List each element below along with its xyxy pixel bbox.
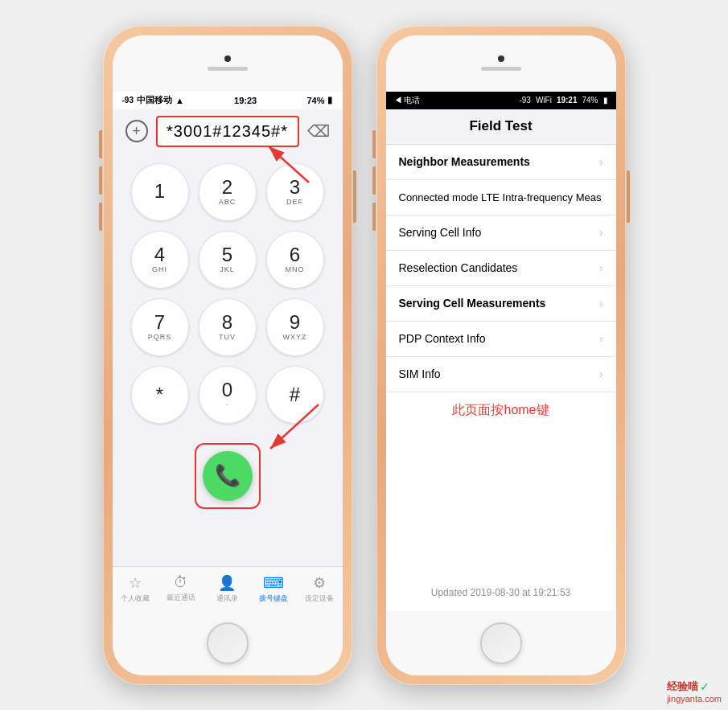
dialer-input-row: + *3001#12345#* ⌫	[113, 116, 343, 147]
menu-item-reselection-label: Reselection Candidates	[399, 261, 518, 274]
watermark-check-icon: ✓	[700, 680, 709, 693]
key-3[interactable]: 3 DEF	[266, 163, 324, 221]
tab-voicemail[interactable]: ⚙ 设定设备	[299, 574, 339, 604]
voicemail-icon: ⚙	[313, 574, 326, 592]
field-test-title: Field Test	[469, 118, 532, 134]
menu-item-reselection[interactable]: Reselection Candidates ›	[386, 251, 616, 286]
key-0[interactable]: 0 ·	[199, 366, 257, 424]
phone-top-2	[386, 35, 616, 92]
phone-2: ◀ 电话 -93 WiFi 19:21 74% ▮ Field Test Nei…	[376, 26, 626, 685]
field-test-footer: Updated 2019-08-30 at 19:21:53	[386, 574, 616, 611]
dialer-screen: + *3001#12345#* ⌫ 1	[113, 109, 343, 566]
chevron-serving-cell-meas: ›	[599, 297, 603, 310]
menu-item-pdp[interactable]: PDP Context Info ›	[386, 322, 616, 357]
key-1[interactable]: 1	[131, 163, 189, 221]
chevron-neighbor: ›	[599, 155, 603, 168]
call-button-wrapper: 📞	[195, 443, 261, 509]
tab-contacts[interactable]: 👤 通讯录	[207, 574, 247, 604]
phone-bottom-2	[386, 611, 616, 675]
camera-dot-1	[224, 55, 231, 62]
menu-item-pdp-label: PDP Context Info	[399, 332, 486, 345]
key-hash[interactable]: #	[266, 366, 324, 424]
phone-icon: 📞	[215, 463, 241, 488]
note-section: 此页面按home键	[386, 392, 616, 429]
tab-voicemail-label: 设定设备	[305, 593, 334, 604]
chevron-pdp: ›	[599, 332, 603, 345]
home-button-1[interactable]	[207, 622, 249, 664]
time-2: 19:21	[557, 96, 578, 105]
field-test-screen: Neighbor Measurements › Connected mode L…	[386, 145, 616, 611]
battery-2: 74%	[582, 96, 598, 105]
key-5[interactable]: 5 JKL	[199, 231, 257, 289]
tab-favorites[interactable]: ☆ 个人收藏	[115, 574, 155, 604]
tab-bar-1: ☆ 个人收藏 ⏱ 最近通话 👤 通讯录 ⌨ 拨号键盘 ⚙ 设定设备	[113, 566, 343, 611]
menu-item-lte[interactable]: Connected mode LTE Intra-frequency Meas	[386, 180, 616, 215]
favorites-icon: ☆	[129, 574, 142, 592]
menu-item-serving-cell-meas[interactable]: Serving Cell Measurements ›	[386, 286, 616, 322]
menu-item-serving-cell-meas-label: Serving Cell Measurements	[399, 297, 546, 310]
dialer-input-display: *3001#12345#*	[156, 116, 299, 147]
tab-favorites-label: 个人收藏	[121, 593, 150, 604]
key-star[interactable]: *	[131, 366, 189, 424]
field-test-black-bar: ◀ 电话 -93 WiFi 19:21 74% ▮	[386, 92, 616, 109]
time-display-1: 19:23	[234, 96, 257, 105]
phone-1: -93 中国移动 ▲ 19:23 74% ▮ + *3001#12345#* ⌫	[103, 26, 352, 685]
key-4[interactable]: 4 GHI	[131, 231, 189, 289]
update-timestamp: Updated 2019-08-30 at 19:21:53	[431, 587, 570, 598]
wifi-2: WiFi	[536, 96, 552, 105]
add-contact-button[interactable]: +	[125, 120, 148, 142]
key-6[interactable]: 6 MNO	[266, 231, 324, 289]
watermark: 经验喵 ✓ jingyanta.com	[667, 679, 722, 704]
battery-icon-2: ▮	[603, 96, 608, 105]
speaker-slot-1	[208, 67, 248, 71]
menu-item-lte-label: Connected mode LTE Intra-frequency Meas	[399, 191, 602, 203]
chevron-serving-cell-info: ›	[599, 226, 603, 239]
watermark-url: jingyanta.com	[667, 694, 722, 704]
wifi-icon-1: ▲	[175, 96, 184, 105]
tab-contacts-label: 通讯录	[216, 593, 238, 604]
keypad-icon: ⌨	[263, 574, 284, 592]
tab-keypad-label: 拨号键盘	[259, 593, 288, 604]
backspace-button[interactable]: ⌫	[307, 120, 330, 142]
call-button-area: 📞	[113, 443, 343, 509]
battery-icon-1: ▮	[327, 95, 332, 105]
field-test-title-bar: Field Test	[386, 109, 616, 145]
key-8[interactable]: 8 TUV	[199, 298, 257, 356]
signal-2: -93	[519, 96, 530, 105]
signal-strength-1: -93	[122, 96, 134, 105]
menu-item-neighbor-label: Neighbor Measurements	[399, 155, 530, 168]
status-bar-1: -93 中国移动 ▲ 19:23 74% ▮	[113, 92, 343, 109]
tab-recents[interactable]: ⏱ 最近通话	[161, 574, 201, 603]
camera-dot-2	[498, 55, 504, 62]
keypad: 1 2 ABC 3 DEF 4 GHI	[131, 163, 324, 424]
key-9[interactable]: 9 WXYZ	[266, 298, 324, 356]
chevron-sim: ›	[599, 367, 603, 380]
speaker-slot-2	[481, 67, 521, 71]
menu-item-neighbor[interactable]: Neighbor Measurements ›	[386, 145, 616, 180]
menu-item-serving-cell-info[interactable]: Serving Cell Info ›	[386, 215, 616, 251]
phone-top-1	[113, 35, 343, 92]
phone-bottom-1	[113, 611, 343, 675]
recents-icon: ⏱	[174, 574, 188, 591]
chevron-reselection: ›	[599, 261, 603, 274]
menu-item-sim-label: SIM Info	[399, 367, 441, 380]
watermark-brand: 经验喵	[667, 679, 698, 694]
key-2[interactable]: 2 ABC	[199, 163, 257, 221]
menu-item-serving-cell-info-label: Serving Cell Info	[399, 226, 482, 239]
tab-recents-label: 最近通话	[167, 593, 195, 603]
carrier-name-1: 中国移动	[137, 94, 172, 106]
menu-item-sim[interactable]: SIM Info ›	[386, 357, 616, 392]
key-7[interactable]: 7 PQRS	[131, 298, 189, 356]
battery-1: 74%	[306, 96, 324, 105]
contacts-icon: 👤	[218, 574, 236, 592]
tab-keypad[interactable]: ⌨ 拨号键盘	[253, 574, 294, 604]
back-label: ◀ 电话	[394, 95, 421, 106]
home-key-note: 此页面按home键	[439, 393, 561, 426]
menu-list: Neighbor Measurements › Connected mode L…	[386, 145, 616, 574]
call-button[interactable]: 📞	[203, 451, 253, 501]
home-button-2[interactable]	[480, 622, 522, 664]
